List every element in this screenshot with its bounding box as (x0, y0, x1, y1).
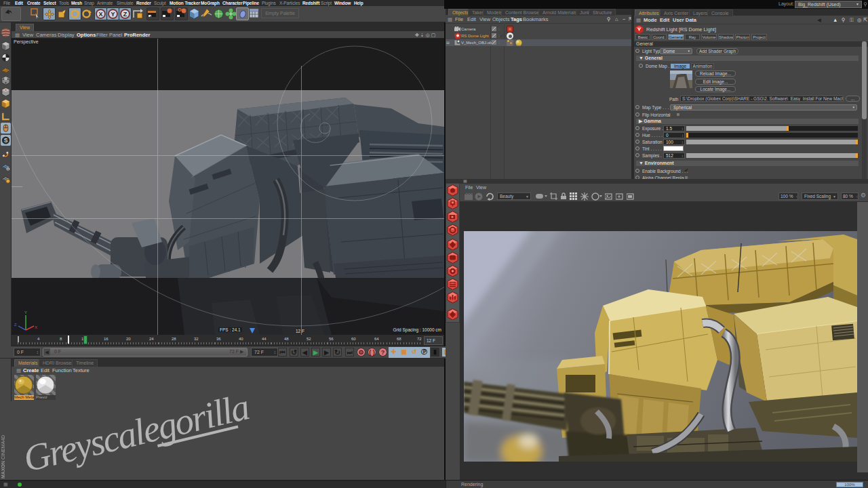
svg-text:S: S (4, 137, 8, 144)
svg-text:Z: Z (14, 323, 17, 327)
svg-text:X: X (98, 11, 102, 18)
svg-text:Y: Y (24, 310, 27, 314)
svg-text:Z: Z (123, 11, 127, 18)
svg-text:X: X (35, 325, 37, 329)
svg-text:Y: Y (111, 11, 115, 18)
